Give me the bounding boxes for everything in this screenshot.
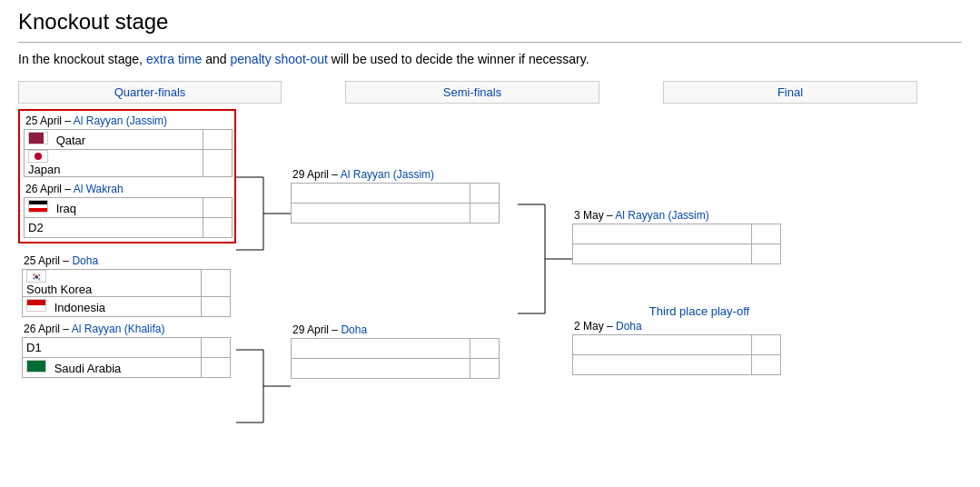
sf1-group: 29 April – Al Rayyan (Jassim) <box>291 168 518 224</box>
sf2-score1 <box>470 339 500 359</box>
round-headers: Quarter-finals Semi-finals Final <box>18 81 962 104</box>
sf1-date: 29 April – Al Rayyan (Jassim) <box>291 168 518 181</box>
qatar-flag <box>28 132 48 144</box>
qf2-match2-table: D1 Saudi Arabia <box>22 337 231 378</box>
table-row <box>292 359 500 379</box>
connector-qf-sf <box>236 109 291 466</box>
connector-svg <box>236 109 291 463</box>
final-score2 <box>752 244 781 264</box>
third-team2 <box>573 355 752 375</box>
qf2-score2 <box>202 297 231 317</box>
third-date: 2 May – Doha <box>572 320 827 333</box>
table-row: Qatar <box>25 130 233 150</box>
sf2-score2 <box>470 359 500 379</box>
sf1-team2 <box>292 204 470 224</box>
extra-time-link[interactable]: extra time <box>146 52 202 66</box>
table-row: Iraq <box>25 198 233 218</box>
f-header: Final <box>663 81 917 104</box>
bracket: 25 April – Al Rayyan (Jassim) Qatar Japa… <box>18 109 962 466</box>
final-date: 3 May – Al Rayyan (Jassim) <box>572 209 827 222</box>
final-column: 3 May – Al Rayyan (Jassim) Third place p… <box>572 109 827 375</box>
sf-header: Semi-finals <box>345 81 599 104</box>
sf2-date: 29 April – Doha <box>291 323 518 336</box>
third-team1 <box>573 335 752 355</box>
table-row <box>573 224 781 244</box>
final-team1 <box>573 224 752 244</box>
qf1-score3 <box>203 198 233 218</box>
saudi-flag <box>26 360 46 373</box>
connector-sf-f-svg <box>518 109 572 463</box>
qf1-team4: D2 <box>25 218 203 238</box>
iraq-flag <box>28 200 48 213</box>
qf1-team3: Iraq <box>25 198 203 218</box>
qf-column: 25 April – Al Rayyan (Jassim) Qatar Japa… <box>18 109 236 385</box>
penalty-shootout-link[interactable]: penalty shoot-out <box>230 52 327 66</box>
table-row: D1 <box>23 338 231 358</box>
third-score2 <box>752 355 781 375</box>
qf2-venue2-link[interactable]: Al Rayyan (Khalifa) <box>72 323 165 335</box>
sf1-venue-link[interactable]: Al Rayyan (Jassim) <box>341 168 434 181</box>
table-row: D2 <box>25 218 233 238</box>
connector-sf-f <box>518 109 572 466</box>
final-table <box>572 224 781 264</box>
qf1-score1 <box>203 130 233 150</box>
table-row <box>292 184 500 204</box>
final-group: 3 May – Al Rayyan (Jassim) <box>572 209 827 264</box>
qf2-group: 25 April – Doha 🇰🇷 South Korea Indonesia <box>18 251 236 382</box>
qf1-match2-table: Iraq D2 <box>24 197 233 238</box>
qf1-team1: Qatar <box>25 130 203 150</box>
third-table <box>572 334 781 375</box>
qf1-date2: 26 April – Al Wakrah <box>24 183 231 195</box>
sf1-score1 <box>470 184 500 204</box>
qf2-score1 <box>202 270 231 297</box>
qf1-score2 <box>203 150 233 177</box>
qf1-venue1-link[interactable]: Al Rayyan (Jassim) <box>74 114 167 127</box>
table-row <box>292 204 500 224</box>
japan-flag <box>28 150 48 163</box>
qf2-venue1-link[interactable]: Doha <box>72 254 98 267</box>
qf2-team3: D1 <box>23 338 202 358</box>
qf2-team4: Saudi Arabia <box>23 358 202 378</box>
sf-column: 29 April – Al Rayyan (Jassim) 29 April –… <box>291 109 518 379</box>
qf2-score4 <box>202 358 231 378</box>
sf2-venue-link[interactable]: Doha <box>341 323 367 336</box>
qf1-team2: Japan <box>25 150 203 177</box>
qf2-team1: 🇰🇷 South Korea <box>23 270 202 297</box>
third-place-group: Third place play-off 2 May – Doha <box>572 301 827 375</box>
table-row <box>573 244 781 264</box>
qf1-venue2-link[interactable]: Al Wakrah <box>74 183 124 195</box>
sf2-team1 <box>292 339 470 359</box>
qf2-score3 <box>202 338 231 358</box>
qf2-team2: Indonesia <box>23 297 202 317</box>
table-row: 🇰🇷 South Korea <box>23 270 231 297</box>
qf1-match1-table: Qatar Japan <box>24 129 233 177</box>
page-title: Knockout stage <box>18 9 962 35</box>
table-row: Saudi Arabia <box>23 358 231 378</box>
qf1-score4 <box>203 218 233 238</box>
qf2-match1-table: 🇰🇷 South Korea Indonesia <box>22 269 231 317</box>
third-venue-link[interactable]: Doha <box>616 320 642 333</box>
final-score1 <box>752 224 781 244</box>
final-venue-link[interactable]: Al Rayyan (Jassim) <box>615 209 708 222</box>
table-row: Japan <box>25 150 233 177</box>
third-score1 <box>752 335 781 355</box>
third-place-label: Third place play-off <box>572 304 827 318</box>
qf2-date2: 26 April – Al Rayyan (Khalifa) <box>22 323 233 335</box>
sf1-score2 <box>470 204 500 224</box>
qf1-group: 25 April – Al Rayyan (Jassim) Qatar Japa… <box>18 109 236 244</box>
sf2-group: 29 April – Doha <box>291 323 518 379</box>
intro-text: In the knockout stage, extra time and pe… <box>18 52 962 66</box>
sf2-table <box>291 338 500 379</box>
qf-header: Quarter-finals <box>18 81 282 104</box>
sf1-table <box>291 183 500 224</box>
qf2-date1: 25 April – Doha <box>22 254 233 267</box>
south-korea-flag: 🇰🇷 <box>26 270 46 283</box>
table-row <box>573 355 781 375</box>
table-row: Indonesia <box>23 297 231 317</box>
table-row <box>292 339 500 359</box>
sf2-team2 <box>292 359 470 379</box>
indonesia-flag <box>26 299 46 312</box>
sf1-team1 <box>292 184 470 204</box>
final-team2 <box>573 244 752 264</box>
qf1-date1: 25 April – Al Rayyan (Jassim) <box>24 114 231 127</box>
